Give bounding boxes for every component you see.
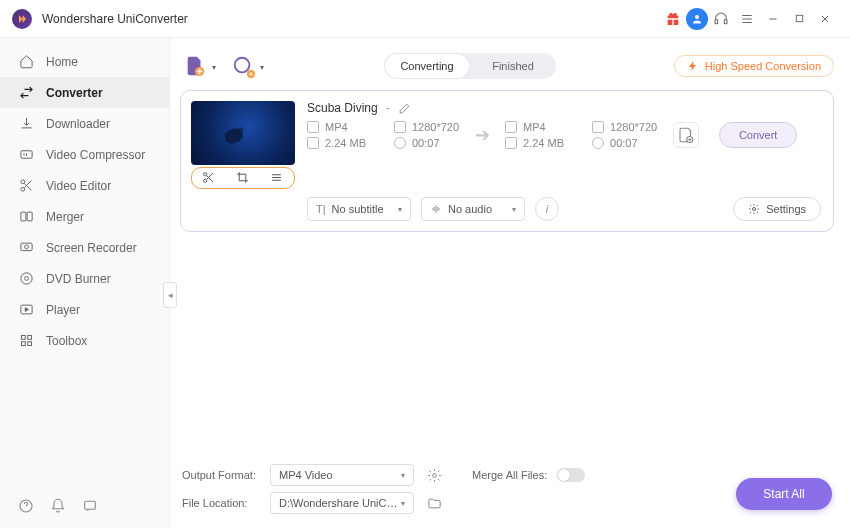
- start-all-button[interactable]: Start All: [736, 478, 832, 510]
- crop-icon[interactable]: [236, 171, 250, 185]
- svg-point-23: [204, 173, 207, 176]
- subtitle-icon: T|: [316, 203, 326, 215]
- sidebar-label: Home: [46, 55, 78, 69]
- open-folder-icon[interactable]: [424, 493, 444, 513]
- chevron-down-icon: ▾: [398, 205, 402, 214]
- duration-icon: [394, 137, 406, 149]
- toolbar: ▾ ▾ Converting Finished High Speed Conve…: [170, 44, 850, 88]
- feedback-icon[interactable]: [82, 498, 100, 516]
- gear-icon: [748, 203, 760, 215]
- gift-icon[interactable]: [660, 6, 686, 32]
- toolbox-icon: [18, 333, 34, 349]
- titlebar: Wondershare UniConverter: [0, 0, 850, 38]
- sidebar-label: Player: [46, 303, 80, 317]
- svg-rect-9: [20, 243, 31, 251]
- sidebar-item-player[interactable]: Player: [0, 294, 169, 325]
- output-settings-icon[interactable]: [424, 465, 444, 485]
- home-icon: [18, 54, 34, 70]
- compressor-icon: [18, 147, 34, 163]
- sidebar-item-merger[interactable]: Merger: [0, 201, 169, 232]
- user-avatar[interactable]: [686, 8, 708, 30]
- target-info: MP4 1280*720 2.24 MB 00:07: [505, 121, 657, 149]
- sidebar-item-toolbox[interactable]: Toolbox: [0, 325, 169, 356]
- output-format-select[interactable]: MP4 Video ▾: [270, 464, 414, 486]
- sidebar: Home Converter Downloader Video Compress…: [0, 38, 170, 528]
- tab-segment: Converting Finished: [384, 53, 556, 79]
- sidebar-collapse-handle[interactable]: ◂: [163, 282, 177, 308]
- svg-point-27: [432, 473, 436, 477]
- chevron-down-icon: ▾: [401, 471, 405, 480]
- sidebar-item-downloader[interactable]: Downloader: [0, 108, 169, 139]
- svg-rect-14: [21, 336, 25, 340]
- source-info: MP4 1280*720 2.24 MB 00:07: [307, 121, 459, 149]
- sidebar-label: DVD Burner: [46, 272, 111, 286]
- file-name-row: Scuba Diving -: [307, 101, 821, 115]
- content-area: ▾ ▾ Converting Finished High Speed Conve…: [170, 38, 850, 528]
- chevron-down-icon: ▾: [512, 205, 516, 214]
- svg-rect-2: [724, 19, 727, 23]
- convert-button[interactable]: Convert: [719, 122, 797, 148]
- edit-name-icon[interactable]: [398, 102, 411, 115]
- headset-icon[interactable]: [708, 6, 734, 32]
- sidebar-item-screen-recorder[interactable]: Screen Recorder: [0, 232, 169, 263]
- chevron-down-icon: ▾: [260, 63, 264, 72]
- disc-icon: [18, 271, 34, 287]
- settings-button[interactable]: Settings: [733, 197, 821, 221]
- merger-icon: [18, 209, 34, 225]
- sidebar-label: Merger: [46, 210, 84, 224]
- sidebar-item-converter[interactable]: Converter: [0, 77, 169, 108]
- info-button[interactable]: i: [535, 197, 559, 221]
- minimize-button[interactable]: [760, 6, 786, 32]
- size-icon: [307, 137, 319, 149]
- tab-finished[interactable]: Finished: [470, 53, 556, 79]
- svg-point-26: [753, 208, 756, 211]
- sidebar-label: Video Compressor: [46, 148, 145, 162]
- effects-icon[interactable]: [270, 171, 284, 185]
- help-icon[interactable]: [18, 498, 36, 516]
- svg-point-12: [24, 277, 28, 281]
- scissors-icon: [18, 178, 34, 194]
- high-speed-button[interactable]: High Speed Conversion: [674, 55, 834, 77]
- sidebar-label: Video Editor: [46, 179, 111, 193]
- duration-icon: [592, 137, 604, 149]
- sidebar-label: Converter: [46, 86, 103, 100]
- subtitle-select[interactable]: T| No subtitle ▾: [307, 197, 411, 221]
- svg-point-5: [20, 180, 24, 184]
- svg-point-11: [20, 273, 31, 284]
- recorder-icon: [18, 240, 34, 256]
- tab-converting[interactable]: Converting: [384, 53, 470, 79]
- file-location-select[interactable]: D:\Wondershare UniConverter ▾: [270, 492, 414, 514]
- trim-icon[interactable]: [202, 171, 216, 185]
- sidebar-item-dvd-burner[interactable]: DVD Burner: [0, 263, 169, 294]
- bell-icon[interactable]: [50, 498, 68, 516]
- add-file-button[interactable]: ▾: [180, 51, 210, 81]
- chevron-down-icon: ▾: [401, 499, 405, 508]
- svg-rect-15: [27, 336, 31, 340]
- format-icon: [307, 121, 319, 133]
- lightning-icon: [687, 60, 699, 72]
- svg-point-0: [695, 15, 699, 19]
- app-title: Wondershare UniConverter: [42, 12, 188, 26]
- play-icon: [18, 302, 34, 318]
- sidebar-item-home[interactable]: Home: [0, 46, 169, 77]
- audio-select[interactable]: No audio ▾: [421, 197, 525, 221]
- svg-point-24: [204, 179, 207, 182]
- svg-rect-19: [85, 501, 96, 509]
- sidebar-item-compressor[interactable]: Video Compressor: [0, 139, 169, 170]
- svg-rect-16: [21, 342, 25, 346]
- close-button[interactable]: [812, 6, 838, 32]
- menu-icon[interactable]: [734, 6, 760, 32]
- merge-toggle[interactable]: [557, 468, 585, 482]
- svg-rect-7: [20, 212, 25, 221]
- app-logo: [12, 9, 32, 29]
- chevron-down-icon: ▾: [212, 63, 216, 72]
- file-card: Scuba Diving - MP4 1280*720 2.24 MB 00:0…: [180, 90, 834, 232]
- merge-label: Merge All Files:: [472, 469, 547, 481]
- add-target-button[interactable]: ▾: [228, 51, 258, 81]
- audio-icon: [430, 203, 442, 215]
- sidebar-item-video-editor[interactable]: Video Editor: [0, 170, 169, 201]
- maximize-button[interactable]: [786, 6, 812, 32]
- video-thumbnail[interactable]: [191, 101, 295, 165]
- output-settings-icon[interactable]: [673, 122, 699, 148]
- converter-icon: [18, 85, 34, 101]
